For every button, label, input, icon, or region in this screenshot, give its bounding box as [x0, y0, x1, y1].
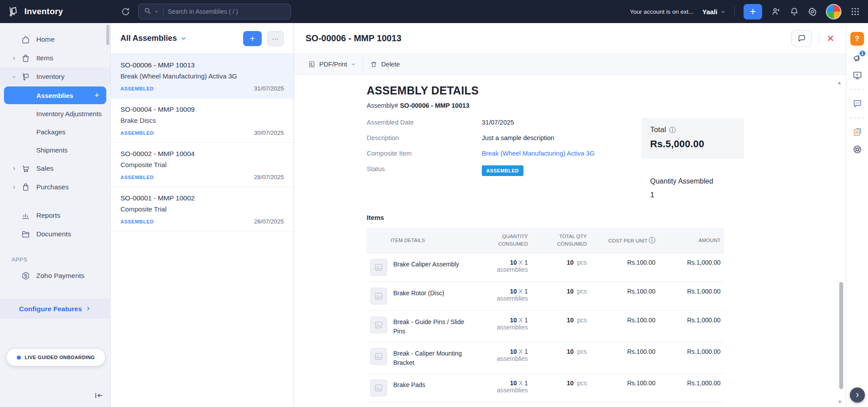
topbar: Inventory Your account is on ext... Yaal…: [0, 0, 868, 23]
announcements-megaphone-icon[interactable]: 1: [852, 53, 862, 63]
org-name: Yaali: [702, 8, 717, 16]
sidebar-item-assemblies[interactable]: Assemblies +: [4, 86, 106, 104]
list-item[interactable]: SO-00006 - MMP 10013 Break (Wheel Manufa…: [111, 54, 294, 98]
comments-button[interactable]: [791, 30, 812, 47]
notifications-bell-icon[interactable]: [790, 7, 799, 16]
assembly-date: 31/07/2025: [254, 85, 284, 92]
org-chevron-icon: [721, 8, 725, 16]
add-assembly-icon[interactable]: +: [94, 90, 99, 100]
table-row[interactable]: Brake Caliper Assembly 10 X 1 assemblies…: [367, 253, 724, 282]
sidebar-item-label: Inventory: [36, 73, 65, 81]
items-icon: [21, 54, 36, 63]
feedback-chat-icon[interactable]: [852, 99, 862, 109]
list-item[interactable]: SO-00004 - MMP 10009 Brake Discs ASSEMBL…: [111, 98, 294, 143]
quick-create-button[interactable]: +: [744, 4, 762, 20]
table-row[interactable]: Brake Pads 10 X 1 assemblies 10pcs Rs.10…: [367, 373, 724, 402]
sidebar-item-zoho-payments[interactable]: Zoho Payments: [0, 266, 110, 285]
amount: Rs.1,000.00: [659, 310, 724, 342]
reports-icon: [21, 211, 36, 220]
zoho-payments-icon: [21, 271, 36, 280]
pdf-print-button[interactable]: PDF/Print: [301, 54, 363, 74]
sidebar-item-shipments[interactable]: Shipments: [0, 141, 110, 159]
video-demo-icon[interactable]: [852, 70, 862, 80]
list-more-button[interactable]: ...: [267, 31, 284, 46]
chevron-right-icon: [85, 305, 91, 313]
sidebar-item-items[interactable]: Items: [0, 49, 110, 67]
column-header: TOTAL QTY CONSUMED: [531, 228, 590, 253]
sidebar-item-inventory[interactable]: Inventory: [0, 67, 110, 86]
assembly-date: 30/07/2025: [254, 129, 284, 136]
configure-features-button[interactable]: Configure Features: [0, 299, 110, 319]
rail-divider-dots: • • • •: [850, 116, 864, 120]
detail-fields: Assembled Date 31/07/2025 Description Ju…: [367, 119, 595, 184]
settings-gear-icon[interactable]: [808, 7, 817, 16]
help-button[interactable]: ?: [850, 32, 864, 46]
detail-scrollbar[interactable]: [839, 282, 843, 389]
expand-panel-button[interactable]: [850, 387, 865, 403]
sidebar-scrollbar[interactable]: [106, 25, 109, 45]
item-name: Brake Caliper Assembly: [393, 259, 459, 269]
user-avatar[interactable]: [826, 4, 841, 20]
delete-button[interactable]: Delete: [363, 54, 407, 74]
table-row[interactable]: Break - Caliper Mounting Bracket 10 X 1 …: [367, 342, 724, 373]
collapse-sidebar-icon[interactable]: [94, 391, 103, 402]
composite-item-link[interactable]: Break (Wheel Manufacturing) Activa 3G: [482, 150, 595, 157]
sidebar-item-label: Assemblies: [36, 92, 73, 99]
close-detail-icon[interactable]: ✕: [826, 34, 834, 43]
assembly-name: Composite Trial: [120, 161, 284, 168]
sidebar-item-reports[interactable]: Reports: [0, 206, 110, 225]
rail-divider-dots: • • • •: [850, 88, 864, 91]
detail-toolbar: PDF/Print Delete: [294, 54, 846, 74]
sidebar-item-home[interactable]: Home: [0, 30, 110, 49]
status-badge: ASSEMBLED: [120, 219, 154, 224]
org-switcher[interactable]: Yaali: [702, 8, 725, 16]
chevron-right-icon: [12, 166, 21, 171]
amount: Rs.1,000.00: [659, 373, 724, 402]
cost-per-unit: Rs.100.00: [590, 253, 659, 282]
topbar-divider: [734, 6, 735, 17]
status-badge: ASSEMBLED: [120, 175, 154, 180]
brand: Inventory: [0, 6, 111, 17]
docs-icon[interactable]: [852, 127, 862, 137]
users-icon[interactable]: [771, 7, 781, 16]
home-icon: [21, 35, 36, 44]
table-row[interactable]: Break - Guide Pins / Slide Pins 10 X 1 a…: [367, 310, 724, 342]
items-table: ITEM DETAILS QUANTITY CONSUMED TOTAL QTY…: [367, 228, 724, 403]
apps-grid-icon[interactable]: [850, 7, 860, 16]
cost-per-unit: Rs.100.00: [590, 373, 659, 402]
scroll-up-icon[interactable]: ▲: [837, 80, 842, 85]
field-label: Assembled Date: [367, 119, 482, 126]
info-icon[interactable]: ⓘ: [649, 236, 655, 244]
account-notice[interactable]: Your account is on ext...: [630, 8, 694, 15]
recent-activity-icon[interactable]: [119, 5, 132, 18]
field-label: Description: [367, 134, 482, 141]
sidebar: Home Items Inventory: [0, 23, 111, 407]
chevron-down-icon: [351, 62, 356, 67]
search-scope-chevron-icon[interactable]: [154, 8, 159, 16]
table-row[interactable]: Brake Rotor (Disc) 10 X 1 assemblies 10p…: [367, 282, 724, 310]
info-icon[interactable]: ⓘ: [669, 126, 676, 134]
table-header-row: ITEM DETAILS QUANTITY CONSUMED TOTAL QTY…: [367, 228, 724, 253]
sidebar-item-sales[interactable]: Sales: [0, 159, 110, 178]
total-label: Total: [650, 125, 666, 134]
sidebar-item-documents[interactable]: Documents: [0, 225, 110, 243]
sidebar-item-packages[interactable]: Packages: [0, 123, 110, 141]
list-item[interactable]: SO-00002 - MMP 10004 Composite Trial ASS…: [111, 143, 294, 187]
list-view-selector[interactable]: All Assemblies: [120, 34, 186, 43]
list-item[interactable]: SO-00001 - MMP 10002 Composite Trial ASS…: [111, 187, 294, 231]
scroll-down-icon[interactable]: ▼: [837, 399, 842, 404]
sidebar-item-purchases[interactable]: Purchases: [0, 178, 110, 196]
total-amount: Rs.5,000.00: [650, 138, 735, 150]
sidebar-item-label: Home: [36, 35, 54, 43]
global-search[interactable]: [138, 4, 291, 20]
assembly-detail-panel: SO-00006 - MMP 10013 ✕ PDF/Print: [294, 23, 846, 407]
sidebar-item-inventory-adjustments[interactable]: Inventory Adjustments: [0, 105, 110, 123]
status-badge: ASSEMBLED: [120, 86, 154, 91]
amount: Rs.1,000.00: [659, 282, 724, 310]
live-guided-onboarding-button[interactable]: LIVE GUIDED ONBOARDING: [7, 349, 105, 366]
chevron-right-icon: [12, 185, 21, 190]
search-input[interactable]: [168, 8, 285, 15]
new-assembly-button[interactable]: +: [243, 31, 262, 46]
onboarding-dot-icon: [17, 356, 21, 360]
support-tools-icon[interactable]: [852, 145, 862, 154]
